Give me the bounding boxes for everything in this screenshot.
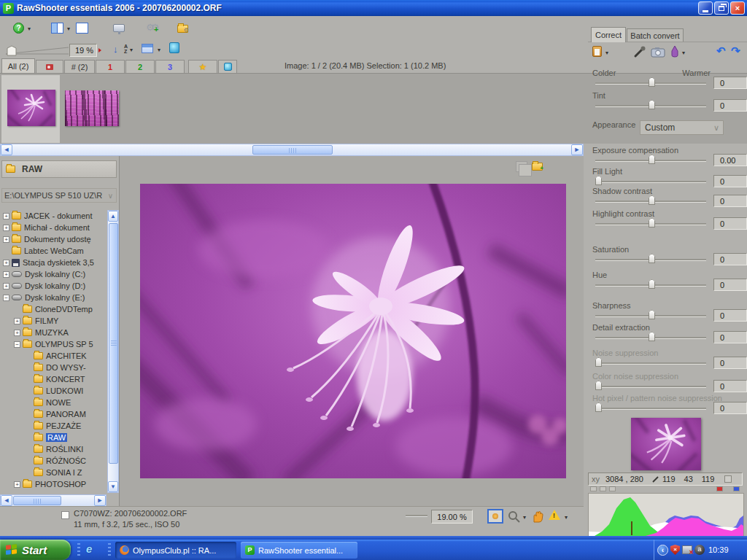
tree-item[interactable]: +Dokumenty udostę: [1, 233, 107, 245]
taskbar-item-rawshooter[interactable]: P RawShooter essential...: [241, 542, 357, 559]
slider-thumb[interactable]: [649, 77, 655, 87]
expand-toggle[interactable]: +: [3, 271, 9, 278]
tab-trash[interactable]: [218, 60, 237, 73]
network-disconnected-icon[interactable]: [682, 545, 692, 554]
security-shield-icon[interactable]: ×: [670, 545, 680, 555]
slider-thumb[interactable]: [595, 357, 602, 367]
slider-thumb[interactable]: [649, 218, 655, 228]
expand-toggle[interactable]: +: [3, 213, 9, 219]
start-button[interactable]: Start: [0, 540, 71, 560]
tree-item[interactable]: DO WYSY-: [1, 362, 107, 373]
expand-toggle[interactable]: −: [14, 341, 20, 348]
camera-wb-button[interactable]: [651, 47, 665, 58]
tree-item[interactable]: SONIA I Z: [1, 467, 107, 478]
expand-toggle[interactable]: +: [14, 330, 20, 336]
magnifier-dropdown[interactable]: ▾: [523, 514, 526, 521]
tree-item[interactable]: +Dysk lokalny (D:): [1, 280, 107, 292]
scrollbar-thumb[interactable]: [13, 496, 61, 505]
hide-icons-chevron[interactable]: ‹: [657, 545, 668, 556]
add-folder-button[interactable]: +: [532, 160, 543, 171]
path-combobox[interactable]: E:\OLYMPUS SP 510 UZ\R ∨: [1, 188, 117, 203]
expand-toggle[interactable]: +: [3, 283, 9, 289]
taskbar-item-browser[interactable]: OlympusClub.pl :: RA...: [115, 542, 236, 559]
slider-value-box[interactable]: 0: [713, 331, 747, 343]
slider-value-box[interactable]: 0.00: [713, 154, 747, 166]
appearance-combobox[interactable]: Custom∨: [640, 120, 724, 135]
tree-item[interactable]: PEJZAŻE: [1, 420, 107, 432]
expand-toggle[interactable]: +: [3, 236, 9, 243]
scroll-down-icon[interactable]: ▼: [108, 481, 118, 492]
help-button[interactable]: ?: [13, 23, 24, 34]
slider-thumb[interactable]: [649, 279, 655, 289]
thumbnail-size-slider[interactable]: [4, 44, 70, 56]
tab-all[interactable]: All (2): [1, 58, 35, 73]
histogram-clip-shadow-indicator[interactable]: [716, 486, 723, 491]
layout-button[interactable]: [142, 42, 153, 53]
close-button[interactable]: ×: [730, 1, 745, 15]
slider-thumb[interactable]: [649, 310, 655, 319]
slider-track[interactable]: [595, 386, 706, 387]
tree-horizontal-scrollbar[interactable]: ◄ ►: [0, 494, 107, 507]
slider-thumb[interactable]: [649, 332, 655, 341]
expand-toggle[interactable]: −: [3, 295, 9, 301]
slider-value-box[interactable]: 0: [713, 99, 747, 112]
scroll-right-icon[interactable]: ►: [94, 495, 106, 506]
tree-item[interactable]: LUDKOWI: [1, 385, 107, 397]
slider-value-box[interactable]: 0: [713, 77, 747, 89]
slider-thumb[interactable]: [595, 176, 602, 185]
slider-value-box[interactable]: 0: [713, 217, 747, 230]
expand-toggle[interactable]: +: [3, 225, 9, 231]
view-zoom-slider[interactable]: [406, 515, 427, 516]
batch-settings-button[interactable]: ⚙⚙+: [146, 23, 155, 33]
slider-value-box[interactable]: 0: [713, 402, 747, 414]
readout-box[interactable]: [724, 475, 732, 483]
histogram-toggle-2[interactable]: [600, 486, 606, 491]
slider-track[interactable]: [595, 362, 706, 364]
restore-button[interactable]: [714, 1, 729, 15]
main-horizontal-scrollbar[interactable]: ◄ ►: [0, 144, 584, 156]
tree-item[interactable]: ROŚLINKI: [1, 443, 107, 455]
tab-priority-2[interactable]: 2: [125, 60, 155, 73]
title-bar[interactable]: P RawShooter essentials 2006 - 200706200…: [0, 0, 747, 16]
layout-dropdown[interactable]: ▾: [158, 47, 160, 53]
tree-item[interactable]: KONCERT: [1, 373, 107, 385]
warning-dropdown[interactable]: ▾: [565, 514, 568, 521]
ink-dropdown[interactable]: ▾: [682, 50, 685, 56]
language-sphere-icon[interactable]: a: [694, 545, 705, 555]
slider-value-box[interactable]: 0: [713, 309, 747, 322]
convert-folder-button[interactable]: ⚙: [177, 23, 188, 33]
tree-item[interactable]: NOWE: [1, 397, 107, 408]
paste-settings-button[interactable]: [592, 46, 602, 57]
slider-thumb[interactable]: [649, 155, 655, 164]
navigator-preview[interactable]: [631, 418, 701, 470]
histogram-clip-highlight-indicator[interactable]: [733, 486, 740, 491]
ie-quicklaunch-icon[interactable]: e: [86, 542, 92, 555]
slideshow-button[interactable]: [113, 23, 125, 32]
file-checkbox[interactable]: [61, 511, 69, 519]
tree-vertical-scrollbar[interactable]: ▲ ▼: [107, 210, 119, 493]
thumbnail-bark[interactable]: [65, 90, 119, 126]
tree-item[interactable]: CloneDVDTemp: [1, 303, 107, 315]
slider-value-box[interactable]: 0: [713, 279, 747, 291]
tab-batch-convert[interactable]: Batch convert: [627, 28, 684, 42]
select-tool-button[interactable]: [487, 509, 503, 524]
view-dropdown[interactable]: ▾: [67, 26, 70, 32]
scrollbar-thumb[interactable]: [109, 223, 118, 464]
tab-slides[interactable]: [36, 60, 63, 73]
scroll-right-icon[interactable]: ►: [571, 144, 583, 155]
recycle-button[interactable]: [169, 42, 179, 53]
tree-item[interactable]: −Dysk lokalny (E:): [1, 292, 107, 303]
slider-thumb[interactable]: [649, 195, 655, 205]
tree-item[interactable]: RÓŻNOŚC: [1, 455, 107, 467]
slider-value-box[interactable]: 0: [713, 253, 747, 265]
eyedropper-button[interactable]: [633, 45, 646, 58]
tab-hash[interactable]: # (2): [64, 60, 95, 73]
paste-dropdown[interactable]: ▾: [605, 50, 608, 56]
view-zoom-value[interactable]: 19.00 %: [431, 510, 473, 524]
histogram-toggle-1[interactable]: [590, 486, 597, 491]
scroll-left-icon[interactable]: ◄: [1, 144, 12, 155]
quicklaunch-divider[interactable]: [77, 543, 80, 556]
tree-item[interactable]: +JACEK - dokument: [1, 210, 107, 222]
slider-track[interactable]: [595, 408, 706, 409]
tree-item[interactable]: +FILMY: [1, 315, 107, 327]
